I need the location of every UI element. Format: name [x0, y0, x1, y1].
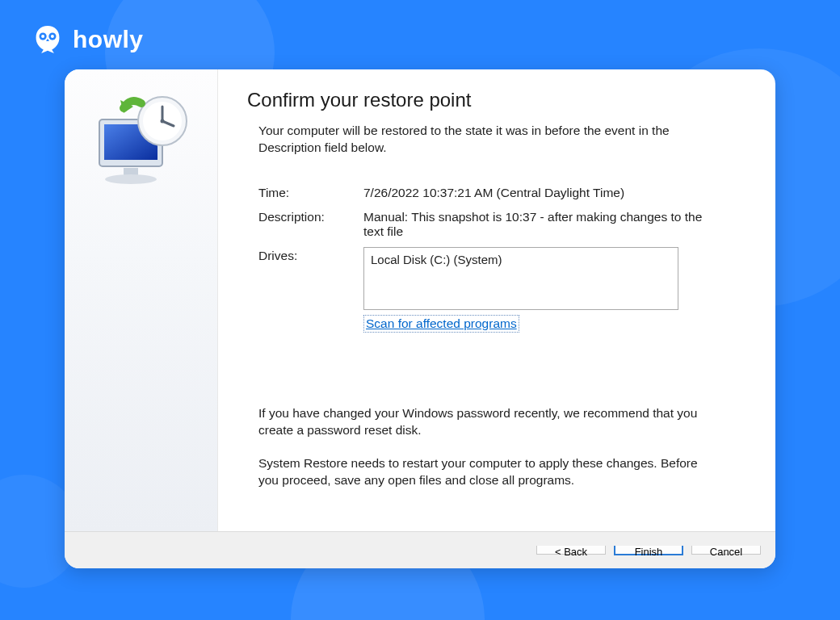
finish-button[interactable]: Finish	[614, 546, 683, 555]
drives-label: Drives:	[258, 249, 363, 333]
brand-name: howly	[73, 26, 144, 53]
drives-item: Local Disk (C:) (System)	[371, 253, 502, 266]
svg-point-8	[105, 174, 157, 184]
brand-logo: howly	[31, 23, 144, 57]
cancel-button[interactable]: Cancel	[691, 546, 761, 555]
svg-point-3	[51, 35, 54, 38]
time-label: Time:	[258, 186, 363, 200]
system-restore-dialog: Confirm your restore point Your computer…	[65, 69, 775, 568]
description-row: Description: Manual: This snapshot is 10…	[258, 210, 746, 239]
svg-point-13	[160, 119, 164, 124]
dialog-title: Confirm your restore point	[247, 89, 746, 111]
scan-affected-programs-link[interactable]: Scan for affected programs	[363, 315, 519, 333]
time-row: Time: 7/26/2022 10:37:21 AM (Central Day…	[258, 186, 746, 200]
description-value: Manual: This snapshot is 10:37 - after m…	[363, 210, 703, 239]
drives-listbox[interactable]: Local Disk (C:) (System)	[363, 247, 678, 310]
system-restore-icon	[85, 89, 198, 194]
time-value: 7/26/2022 10:37:21 AM (Central Daylight …	[363, 186, 703, 200]
dialog-subtitle: Your computer will be restored to the st…	[247, 123, 699, 157]
restart-note: System Restore needs to restart your com…	[258, 455, 699, 489]
dialog-content: Confirm your restore point Your computer…	[218, 69, 775, 531]
drives-row: Drives: Local Disk (C:) (System) Scan fo…	[258, 249, 746, 333]
dialog-footer: < Back Finish Cancel	[65, 531, 775, 568]
owl-icon	[31, 23, 65, 57]
svg-point-2	[41, 35, 44, 38]
dialog-sidebar	[65, 69, 218, 531]
password-note: If you have changed your Windows passwor…	[258, 405, 699, 439]
description-label: Description:	[258, 210, 363, 239]
back-button[interactable]: < Back	[536, 546, 606, 555]
